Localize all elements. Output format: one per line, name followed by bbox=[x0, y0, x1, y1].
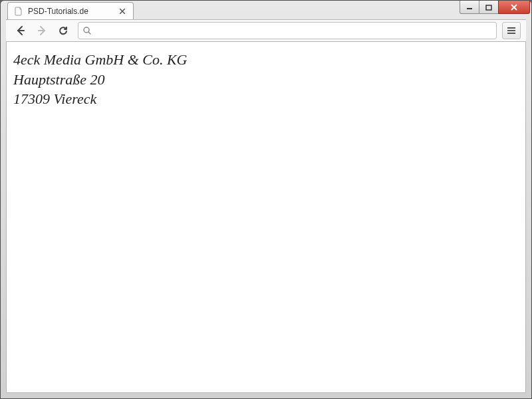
new-tab-button[interactable] bbox=[136, 5, 154, 19]
page-icon bbox=[13, 6, 24, 17]
back-button[interactable] bbox=[11, 21, 30, 40]
arrow-right-icon bbox=[37, 25, 47, 36]
company-name: 4eck Media GmbH & Co. KG bbox=[13, 50, 519, 70]
tab-close-button[interactable] bbox=[117, 6, 128, 17]
address-block: 4eck Media GmbH & Co. KG Hauptstraße 20 … bbox=[13, 50, 519, 109]
browser-window: PSD-Tutorials.de bbox=[0, 0, 532, 399]
address-bar[interactable] bbox=[78, 22, 497, 39]
postal-city-line: 17309 Viereck bbox=[13, 89, 519, 109]
browser-tab[interactable]: PSD-Tutorials.de bbox=[7, 2, 134, 19]
menu-button[interactable] bbox=[502, 22, 521, 39]
forward-button[interactable] bbox=[33, 21, 51, 40]
tab-strip: PSD-Tutorials.de bbox=[1, 2, 531, 19]
reload-button[interactable] bbox=[54, 21, 72, 40]
browser-toolbar bbox=[6, 19, 526, 42]
x-icon bbox=[120, 9, 125, 14]
svg-line-9 bbox=[88, 32, 90, 34]
page-viewport: 4eck Media GmbH & Co. KG Hauptstraße 20 … bbox=[6, 42, 526, 393]
street-line: Hauptstraße 20 bbox=[13, 70, 519, 90]
url-input[interactable] bbox=[94, 26, 492, 36]
reload-icon bbox=[58, 25, 68, 36]
arrow-left-icon bbox=[15, 25, 26, 36]
search-icon bbox=[82, 26, 92, 35]
tab-title: PSD-Tutorials.de bbox=[28, 7, 117, 16]
hamburger-icon bbox=[507, 27, 516, 35]
